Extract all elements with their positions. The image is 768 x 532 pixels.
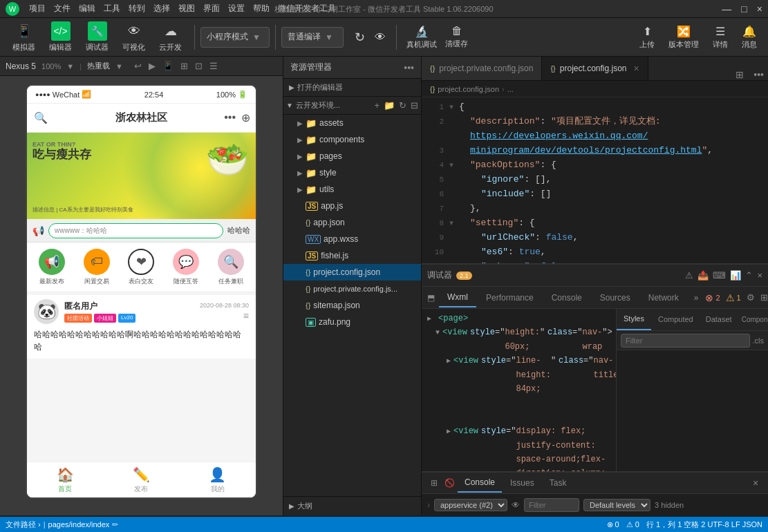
icon-chat[interactable]: 💬 随便互答 — [173, 249, 199, 286]
styles-filter-input[interactable] — [621, 334, 750, 348]
menu-item-2[interactable]: 编辑 — [75, 3, 100, 15]
devtools-issue-icon[interactable]: ⚠ — [685, 270, 693, 281]
phone-add-icon[interactable]: ⊕ — [241, 111, 250, 124]
phone-more-icon[interactable]: ••• — [224, 111, 236, 124]
xml-nav-view[interactable]: ▼ <view style =" height: 60px; " class =… — [422, 325, 616, 354]
menu-item-0[interactable]: 项目 — [25, 3, 50, 15]
styles-tab-dataset[interactable]: Dataset — [700, 309, 738, 330]
file-appwxss[interactable]: WX app.wxss — [283, 231, 421, 247]
folder-utils[interactable]: ▶ 📁 utils — [283, 181, 421, 198]
restore-button[interactable]: □ — [741, 3, 747, 15]
simulator-button[interactable]: 📱 模拟器 — [6, 19, 42, 55]
console-tab-task[interactable]: Task — [543, 473, 574, 493]
console-clear-icon[interactable]: 🚫 — [442, 476, 456, 490]
split-icon[interactable]: ⊞ — [760, 292, 768, 303]
devtools-tab-wxml[interactable]: Wxml — [439, 288, 476, 307]
devtools-tab-sources[interactable]: Sources — [592, 288, 639, 307]
file-project-private[interactable]: {} project.private.config.js... — [283, 281, 421, 297]
icon-latest[interactable]: 📢 最新发布 — [39, 249, 65, 286]
nav-home[interactable]: 🏠 首页 — [57, 466, 74, 494]
editor-button[interactable]: </> 编辑器 — [42, 19, 79, 55]
devtools-tab-inspect[interactable]: ⬒ — [424, 288, 438, 307]
cls-button[interactable]: .cls — [753, 336, 765, 345]
code-tab-private-config[interactable]: {} project.private.config.json — [422, 57, 542, 80]
devtools-collapse-icon[interactable]: ⌃ — [745, 270, 753, 281]
devtools-terminal-icon[interactable]: ⌨ — [713, 270, 726, 281]
devtools-tab-network[interactable]: Network — [640, 288, 687, 307]
grid2-icon[interactable]: ⊡ — [195, 61, 203, 71]
code-tab-config[interactable]: {} project.config.json × — [542, 57, 648, 80]
visualize-button[interactable]: 👁 可视化 — [115, 19, 152, 55]
hot-reload-button[interactable]: 热重载 — [87, 61, 110, 71]
devtools-tab-performance[interactable]: Performance — [478, 288, 542, 307]
nav-post[interactable]: ✏️ 发布 — [133, 466, 150, 494]
compile-dropdown[interactable]: 普通编译 ▼ — [281, 27, 344, 48]
minimize-button[interactable]: — — [722, 3, 731, 15]
styles-tab-styles[interactable]: Styles — [617, 309, 651, 330]
show-select-icon[interactable]: 👁 — [512, 500, 520, 510]
more-tabs-icon[interactable]: ••• — [749, 69, 768, 80]
hamburger-icon[interactable]: ☰ — [209, 61, 218, 71]
xml-flex-view[interactable]: ▶ <view style =" display: flex; justify-… — [422, 424, 616, 471]
real-device-button[interactable]: 🔬 真机调试 — [402, 22, 441, 53]
folder-style[interactable]: ▶ 📁 style — [283, 164, 421, 181]
file-sitemap[interactable]: {} sitemap.json — [283, 297, 421, 314]
message-button[interactable]: 🔔 消息 — [736, 22, 762, 53]
menu-item-1[interactable]: 文件 — [50, 3, 75, 15]
close-button[interactable]: × — [757, 3, 762, 15]
play-button[interactable]: ▶ — [149, 61, 156, 71]
grid-icon[interactable]: ⊞ — [180, 61, 188, 71]
menu-item-5[interactable]: 选择 — [149, 3, 174, 15]
refresh-button[interactable]: ↻ — [349, 27, 370, 48]
folder-pages[interactable]: ▶ 📁 pages — [283, 148, 421, 164]
xml-nav-title[interactable]: ▶ <view style =" line-height: 84px; " cl… — [422, 354, 616, 424]
log-level-select[interactable]: Default levels — [583, 499, 650, 511]
cloud-dev-section[interactable]: ▼ 云开发环境... + 📁 ↻ ⊟ — [283, 97, 421, 115]
folder-assets[interactable]: ▶ 📁 assets — [283, 115, 421, 131]
split-editor-icon[interactable]: ⊞ — [730, 69, 749, 80]
add-file-icon[interactable]: + — [374, 100, 380, 111]
cache-button[interactable]: 🗑 清缓存 — [441, 22, 472, 52]
file-appjson[interactable]: {} app.json — [283, 214, 421, 231]
refresh-files-icon[interactable]: ↻ — [399, 100, 406, 111]
console-tools-icon[interactable]: ⊞ — [427, 476, 441, 490]
console-filter[interactable] — [524, 498, 579, 512]
outline-section[interactable]: ▶ 大纲 — [283, 496, 421, 515]
preview-eye-button[interactable]: 👁 — [370, 27, 391, 48]
console-close-icon[interactable]: × — [749, 476, 762, 490]
devtools-quality-icon[interactable]: 📊 — [730, 270, 741, 281]
styles-tab-computed[interactable]: Computed — [651, 309, 700, 330]
console-tab-issues[interactable]: Issues — [503, 473, 541, 493]
devtools-tab-console[interactable]: Console — [543, 288, 590, 307]
icon-task[interactable]: 🔍 任务兼职 — [218, 249, 244, 286]
file-appjs[interactable]: JS app.js — [283, 198, 421, 214]
open-editors-section[interactable]: ▶ 打开的编辑器 — [283, 79, 421, 97]
debugger-button[interactable]: 🔧 调试器 — [79, 19, 115, 55]
xml-page[interactable]: ▶ <page> — [422, 312, 616, 325]
nav-profile[interactable]: 👤 我的 — [209, 466, 226, 494]
back-button[interactable]: ↩ — [134, 61, 142, 71]
upload-button[interactable]: ⬆ 上传 — [634, 22, 660, 53]
post-menu-icon[interactable]: ≡ — [243, 310, 249, 321]
devtools-tab-more[interactable]: » — [689, 288, 704, 307]
file-fishei[interactable]: JS fishei.js — [283, 247, 421, 264]
settings-icon[interactable]: ⚙ — [747, 292, 755, 303]
close-tab-icon[interactable]: × — [634, 63, 639, 74]
icon-trade[interactable]: 🏷 闲置交易 — [84, 249, 110, 286]
console-tab-active[interactable]: Console — [458, 473, 502, 493]
phone-icon[interactable]: 📱 — [162, 61, 174, 71]
menu-item-4[interactable]: 转到 — [124, 3, 149, 15]
menu-item-7[interactable]: 界面 — [199, 3, 224, 15]
phone-search-icon[interactable]: 🔍 — [34, 111, 48, 124]
menu-item-9[interactable]: 帮助 — [249, 3, 274, 15]
hot-reload-dropdown[interactable]: ▼ — [115, 62, 123, 70]
phone-post-btn[interactable]: 哈哈哈 — [227, 225, 250, 236]
zoom-dropdown[interactable]: ▼ — [66, 62, 74, 70]
devtools-output-icon[interactable]: 📤 — [697, 270, 709, 281]
file-project-config[interactable]: {} project.config.json — [283, 264, 421, 281]
folder-components[interactable]: ▶ 📁 components — [283, 131, 421, 148]
version-button[interactable]: 🔀 版本管理 — [663, 22, 704, 53]
devtools-close-icon[interactable]: × — [757, 270, 762, 281]
cloud-button[interactable]: ☁ 云开发 — [152, 19, 189, 55]
appservice-select[interactable]: appservice (#2) — [434, 499, 507, 511]
